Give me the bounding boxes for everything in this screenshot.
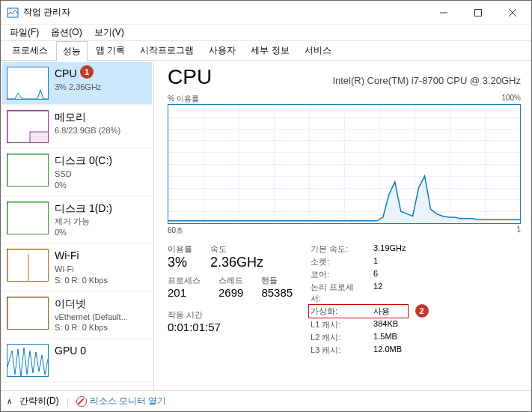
menu-file[interactable]: 파일(F): [4, 25, 45, 40]
sidebar-item-title: 디스크 0(C:): [55, 154, 147, 168]
open-resource-monitor-link[interactable]: 리소스 모니터 열기: [76, 395, 167, 408]
tab-users[interactable]: 사용자: [202, 40, 242, 61]
sidebar-item-title: 이더넷: [55, 297, 147, 311]
annotation-badge-2: 2: [415, 304, 429, 318]
sidebar-item-sub2: S: 0 R: 0 Kbps: [55, 275, 147, 286]
spec-key: L3 캐시:: [311, 345, 364, 356]
mini-graph-icon: [7, 249, 49, 282]
mini-graph-icon: [7, 202, 49, 234]
sidebar-item-title: Wi-Fi: [55, 249, 147, 263]
spec-key: 가상화:: [311, 306, 364, 317]
performance-sidebar[interactable]: CPU 3% 2.36GHz 1 메모리 6.8/23.9GB (28%) 디스…: [1, 61, 154, 390]
label-threads: 스레드: [218, 275, 243, 286]
tab-processes[interactable]: 프로세스: [5, 40, 55, 61]
label-speed: 속도: [210, 243, 263, 255]
mini-graph-icon: [7, 344, 49, 377]
tab-details[interactable]: 세부 정보: [244, 40, 296, 61]
footer-bar: ∧ 간략히(D) | 리소스 모니터 열기: [1, 390, 531, 411]
sidebar-item--0-c-[interactable]: 디스크 0(C:) SSD 0%: [2, 149, 152, 197]
spec-value: 1.5MB: [373, 332, 397, 343]
window-title: 작업 관리자: [23, 6, 426, 19]
menu-option[interactable]: 옵션(O): [45, 25, 88, 40]
svg-rect-2: [475, 9, 482, 16]
spec-row: 소켓:1: [311, 256, 406, 267]
tab-bar: 프로세스 성능 앱 기록 시작프로그램 사용자 세부 정보 서비스: [1, 41, 531, 61]
detail-title: CPU: [168, 65, 212, 89]
spec-row: L3 캐시:12.0MB: [311, 345, 406, 356]
svg-rect-14: [7, 297, 49, 330]
sidebar-item-wi-fi[interactable]: Wi-Fi Wi-Fi S: 0 R: 0 Kbps: [2, 244, 152, 292]
sidebar-item-title: 메모리: [55, 110, 147, 124]
spec-row: L2 캐시:1.5MB: [311, 332, 406, 343]
annotation-badge-1: 1: [80, 65, 94, 79]
sidebar-item--1-d-[interactable]: 디스크 1(D:) 제거 가능 0%: [2, 197, 152, 245]
spec-key: 기본 속도:: [311, 243, 364, 255]
sidebar-item-cpu[interactable]: CPU 3% 2.36GHz 1: [2, 62, 152, 106]
spec-key: 소켓:: [311, 256, 364, 267]
sidebar-item-sub2: 0%: [55, 227, 147, 238]
svg-rect-9: [7, 202, 49, 234]
sidebar-item--[interactable]: 메모리 6.8/23.9GB (28%): [2, 106, 152, 149]
sidebar-item-title: GPU 0: [55, 344, 147, 358]
spec-row: 코어:6: [311, 269, 406, 280]
graph-x-right: 1: [516, 225, 521, 236]
value-threads: 2699: [218, 286, 243, 299]
tab-startup[interactable]: 시작프로그램: [133, 40, 201, 61]
graph-x-left: 60초: [168, 225, 183, 236]
mini-graph-icon: [7, 67, 49, 100]
spec-row: 기본 속도:3.19GHz: [311, 243, 406, 255]
label-uptime: 작동 시간: [168, 309, 293, 321]
value-handles: 85385: [261, 286, 293, 299]
maximize-button[interactable]: [461, 1, 495, 24]
spec-value: 384KB: [373, 319, 398, 330]
spec-row: 가상화:사용: [308, 304, 408, 318]
forbidden-icon: [76, 396, 87, 407]
svg-rect-6: [30, 132, 49, 143]
spec-value: 6: [373, 269, 378, 280]
sidebar-item-sub: 6.8/23.9GB (28%): [55, 125, 147, 136]
sidebar-item-sub: 제거 가능: [55, 216, 147, 227]
mini-graph-icon: [7, 110, 49, 143]
cpu-detail-pane: CPU Intel(R) Core(TM) i7-8700 CPU @ 3.20…: [154, 61, 531, 390]
sidebar-item-sub: SSD: [55, 169, 147, 180]
tab-services[interactable]: 서비스: [298, 40, 338, 61]
minimize-button[interactable]: [426, 1, 461, 24]
sidebar-item-title: CPU: [55, 67, 147, 81]
graph-y-max: 100%: [501, 94, 521, 104]
menu-view[interactable]: 보기(V): [88, 25, 130, 40]
cpu-usage-graph[interactable]: [168, 104, 521, 224]
spec-row: L1 캐시:384KB: [311, 319, 406, 330]
tab-apphistory[interactable]: 앱 기록: [89, 40, 132, 61]
spec-value: 3.19GHz: [373, 243, 406, 255]
mini-graph-icon: [7, 297, 49, 330]
sidebar-item-sub2: S: 0 R: 0 Kbps: [55, 322, 147, 333]
tab-performance[interactable]: 성능: [56, 41, 88, 61]
sidebar-item-sub: 3% 2.36GHz: [55, 82, 147, 93]
spec-value: 12: [373, 282, 382, 304]
cpu-line-chart: [168, 105, 520, 223]
sidebar-item-title: 디스크 1(D:): [55, 202, 147, 216]
value-util: 3%: [168, 255, 192, 270]
label-procs: 프로세스: [168, 275, 201, 286]
fewer-details-button[interactable]: 간략히(D): [19, 395, 59, 408]
sidebar-item--[interactable]: 이더넷 vEthernet (Default... S: 0 R: 0 Kbps: [2, 292, 152, 340]
sidebar-item-sub: vEthernet (Default...: [55, 312, 147, 323]
close-button[interactable]: [495, 1, 530, 24]
label-handles: 핸들: [261, 275, 293, 286]
mini-graph-icon: [7, 154, 49, 187]
spec-row: 논리 프로세서:12: [311, 282, 406, 304]
sidebar-item-gpu-0[interactable]: GPU 0: [2, 339, 152, 383]
value-speed: 2.36GHz: [210, 255, 263, 270]
spec-key: 코어:: [311, 269, 364, 280]
spec-key: L1 캐시:: [311, 319, 364, 330]
resource-monitor-label: 리소스 모니터 열기: [90, 395, 167, 408]
taskmgr-icon: [7, 7, 19, 19]
spec-value: 1: [373, 256, 378, 267]
titlebar: 작업 관리자: [1, 1, 531, 25]
cpu-model: Intel(R) Core(TM) i7-8700 CPU @ 3.20GHz: [332, 75, 521, 86]
spec-key: 논리 프로세서:: [311, 282, 364, 304]
spec-value: 12.0MB: [373, 345, 402, 356]
menu-bar: 파일(F) 옵션(O) 보기(V): [1, 25, 531, 41]
spec-value: 사용: [373, 306, 390, 317]
value-procs: 201: [168, 286, 201, 299]
